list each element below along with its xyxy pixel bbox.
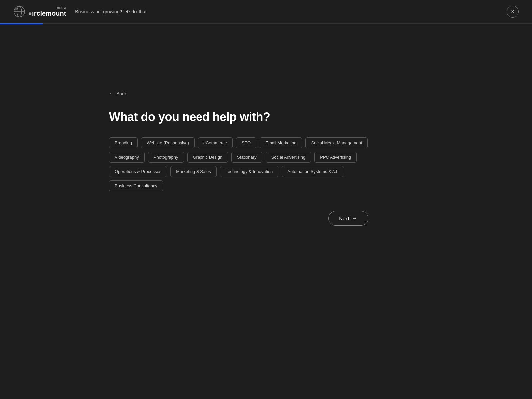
- logo-media-text: media: [28, 6, 66, 10]
- tag-chip-operations-processes[interactable]: Operations & Processes: [109, 166, 167, 177]
- svg-point-3: [15, 8, 17, 10]
- next-button-label: Next: [339, 216, 349, 221]
- logo: media ●irclemount: [13, 6, 66, 18]
- question-heading: What do you need help with?: [109, 110, 532, 124]
- tag-chip-social-advertising[interactable]: Social Advertising: [266, 152, 311, 163]
- tag-chip-ecommerce[interactable]: eCommerce: [198, 137, 233, 148]
- tag-chip-stationary[interactable]: Stationary: [231, 152, 262, 163]
- tag-chip-social-media-management[interactable]: Social Media Management: [305, 137, 368, 148]
- header-tagline: Business not growing? let's fix that: [75, 9, 146, 14]
- logo-main-text: ●irclemount: [28, 10, 66, 17]
- tag-chip-graphic-design[interactable]: Graphic Design: [187, 152, 228, 163]
- close-icon: ×: [511, 9, 514, 15]
- tag-chip-marketing-sales[interactable]: Marketing & Sales: [170, 166, 217, 177]
- tag-chip-email-marketing[interactable]: Email Marketing: [260, 137, 302, 148]
- tag-chip-videography[interactable]: Videography: [109, 152, 145, 163]
- logo-text-wrapper: media ●irclemount: [28, 6, 66, 17]
- tags-container: BrandingWebsite (Responsive)eCommerceSEO…: [109, 137, 368, 191]
- tag-chip-photography[interactable]: Photography: [148, 152, 184, 163]
- close-button[interactable]: ×: [507, 6, 519, 18]
- next-button-container: Next →: [109, 211, 368, 226]
- tag-chip-automation-ai[interactable]: Automation Systems & A.I.: [282, 166, 344, 177]
- header-left: media ●irclemount Business not growing? …: [13, 6, 147, 18]
- tag-chip-seo[interactable]: SEO: [236, 137, 256, 148]
- next-arrow-icon: →: [352, 215, 357, 221]
- logo-icon: [13, 6, 25, 18]
- back-arrow-icon: ←: [109, 91, 114, 97]
- tag-chip-business-consultancy[interactable]: Business Consultancy: [109, 180, 163, 191]
- tag-chip-technology-innovation[interactable]: Technology & Innovation: [220, 166, 279, 177]
- tag-chip-website-responsive[interactable]: Website (Responsive): [141, 137, 195, 148]
- header: media ●irclemount Business not growing? …: [0, 0, 532, 23]
- next-button[interactable]: Next →: [328, 211, 368, 226]
- tag-chip-ppc-advertising[interactable]: PPC Advertising: [314, 152, 357, 163]
- back-button[interactable]: ← Back: [109, 91, 127, 97]
- tag-chip-branding[interactable]: Branding: [109, 137, 138, 148]
- main-content: ← Back What do you need help with? Brand…: [0, 24, 532, 226]
- back-button-label: Back: [116, 91, 127, 96]
